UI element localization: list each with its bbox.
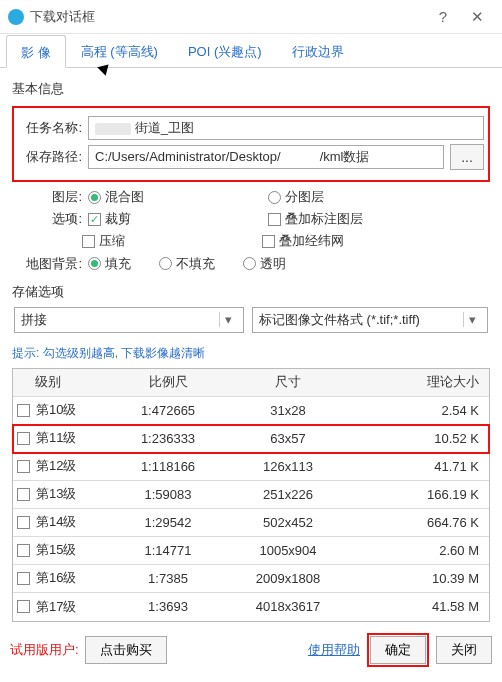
radio-transparent[interactable]: 透明 bbox=[243, 255, 286, 273]
buy-button[interactable]: 点击购买 bbox=[85, 636, 167, 664]
theo-cell: 2.54 K bbox=[353, 403, 489, 418]
options-label: 选项: bbox=[12, 210, 82, 228]
help-link[interactable]: 使用帮助 bbox=[308, 641, 360, 659]
scale-cell: 1:59083 bbox=[113, 487, 223, 502]
size-cell: 63x57 bbox=[223, 431, 353, 446]
tab-bar: 影 像高程 (等高线)POI (兴趣点)行政边界 bbox=[0, 34, 502, 68]
radio-dot-icon bbox=[268, 191, 281, 204]
table-row[interactable]: 第12级1:118166126x11341.71 K bbox=[13, 453, 489, 481]
checkbox-icon[interactable] bbox=[17, 460, 30, 473]
col-theo[interactable]: 理论大小 bbox=[353, 373, 489, 391]
table-row[interactable]: 第17级1:36934018x361741.58 M bbox=[13, 593, 489, 621]
ok-button[interactable]: 确定 bbox=[370, 636, 426, 664]
footer: 试用版用户: 点击购买 使用帮助 确定 关闭 bbox=[0, 630, 502, 674]
tab-1[interactable]: 高程 (等高线) bbox=[66, 34, 173, 67]
level-cell: 第16级 bbox=[36, 569, 76, 587]
storage-options-label: 存储选项 bbox=[12, 283, 490, 301]
level-cell: 第10级 bbox=[36, 401, 76, 419]
table-header-row: 级别 比例尺 尺寸 理论大小 bbox=[13, 369, 489, 397]
radio-dot-icon bbox=[159, 257, 172, 270]
theo-cell: 41.58 M bbox=[353, 599, 489, 614]
theo-cell: 41.71 K bbox=[353, 459, 489, 474]
app-icon bbox=[8, 9, 24, 25]
size-cell: 4018x3617 bbox=[223, 599, 353, 614]
checkbox-icon bbox=[262, 235, 275, 248]
table-row[interactable]: 第10级1:47266531x282.54 K bbox=[13, 397, 489, 425]
theo-cell: 166.19 K bbox=[353, 487, 489, 502]
checkbox-icon[interactable] bbox=[17, 600, 30, 613]
radio-fill[interactable]: 填充 bbox=[88, 255, 131, 273]
radio-dot-icon bbox=[88, 191, 101, 204]
save-path-label: 保存路径: bbox=[18, 148, 82, 166]
level-cell: 第14级 bbox=[36, 513, 76, 531]
map-bg-label: 地图背景: bbox=[12, 255, 82, 273]
checkbox-icon[interactable] bbox=[17, 404, 30, 417]
scale-cell: 1:472665 bbox=[113, 403, 223, 418]
scale-cell: 1:29542 bbox=[113, 515, 223, 530]
checkbox-icon[interactable] bbox=[17, 488, 30, 501]
col-size[interactable]: 尺寸 bbox=[223, 373, 353, 391]
check-crop[interactable]: 裁剪 bbox=[88, 210, 131, 228]
table-row[interactable]: 第15级1:147711005x9042.60 M bbox=[13, 537, 489, 565]
level-cell: 第15级 bbox=[36, 541, 76, 559]
col-scale[interactable]: 比例尺 bbox=[113, 373, 223, 391]
level-cell: 第11级 bbox=[36, 429, 76, 447]
radio-nofill[interactable]: 不填充 bbox=[159, 255, 215, 273]
check-overlay-grid[interactable]: 叠加经纬网 bbox=[262, 232, 344, 251]
help-button[interactable]: ? bbox=[426, 2, 460, 32]
size-cell: 2009x1808 bbox=[223, 571, 353, 586]
table-row[interactable]: 第16级1:73852009x180810.39 M bbox=[13, 565, 489, 593]
checkbox-icon bbox=[268, 213, 281, 226]
level-table: 级别 比例尺 尺寸 理论大小 第10级1:47266531x282.54 K第1… bbox=[12, 368, 490, 622]
scale-cell: 1:118166 bbox=[113, 459, 223, 474]
trial-user-label: 试用版用户: bbox=[10, 641, 79, 659]
storage-mode-select[interactable]: 拼接 ▾ bbox=[14, 307, 244, 333]
size-cell: 1005x904 bbox=[223, 543, 353, 558]
browse-button[interactable]: ... bbox=[450, 144, 484, 170]
table-row[interactable]: 第11级1:23633363x5710.52 K bbox=[13, 425, 489, 453]
window-title: 下载对话框 bbox=[30, 8, 426, 26]
layer-label: 图层: bbox=[12, 188, 82, 206]
check-overlay-layer[interactable]: 叠加标注图层 bbox=[268, 210, 363, 228]
chevron-down-icon: ▾ bbox=[219, 312, 237, 327]
scale-cell: 1:14771 bbox=[113, 543, 223, 558]
table-row[interactable]: 第13级1:59083251x226166.19 K bbox=[13, 481, 489, 509]
theo-cell: 10.39 M bbox=[353, 571, 489, 586]
close-window-button[interactable]: ✕ bbox=[460, 2, 494, 32]
col-level[interactable]: 级别 bbox=[13, 373, 113, 391]
theo-cell: 664.76 K bbox=[353, 515, 489, 530]
basic-info-highlight: 任务名称: 街道_卫图 保存路径: C:/Users/Administrator… bbox=[12, 106, 490, 182]
close-button[interactable]: 关闭 bbox=[436, 636, 492, 664]
level-cell: 第17级 bbox=[36, 598, 76, 616]
checkbox-icon[interactable] bbox=[17, 544, 30, 557]
basic-info-group-label: 基本信息 bbox=[12, 80, 490, 98]
tab-0[interactable]: 影 像 bbox=[6, 35, 66, 68]
level-cell: 第13级 bbox=[36, 485, 76, 503]
save-path-value: C:/Users/Administrator/Desktop/ /kml数据 bbox=[95, 149, 370, 164]
checkbox-icon[interactable] bbox=[17, 516, 30, 529]
titlebar: 下载对话框 ? ✕ bbox=[0, 0, 502, 34]
scale-cell: 1:236333 bbox=[113, 431, 223, 446]
level-cell: 第12级 bbox=[36, 457, 76, 475]
check-compress[interactable]: 压缩 bbox=[82, 232, 125, 250]
size-cell: 251x226 bbox=[223, 487, 353, 502]
task-name-input[interactable]: 街道_卫图 bbox=[88, 116, 484, 140]
checkbox-icon[interactable] bbox=[17, 432, 30, 445]
save-path-input[interactable]: C:/Users/Administrator/Desktop/ /kml数据 bbox=[88, 145, 444, 169]
tab-2[interactable]: POI (兴趣点) bbox=[173, 34, 277, 67]
checkbox-icon bbox=[88, 213, 101, 226]
radio-dot-icon bbox=[88, 257, 101, 270]
radio-split-layer[interactable]: 分图层 bbox=[268, 188, 324, 206]
table-row[interactable]: 第14级1:29542502x452664.76 K bbox=[13, 509, 489, 537]
theo-cell: 2.60 M bbox=[353, 543, 489, 558]
size-cell: 31x28 bbox=[223, 403, 353, 418]
radio-mixed-layer[interactable]: 混合图 bbox=[88, 188, 144, 206]
storage-format-select[interactable]: 标记图像文件格式 (*.tif;*.tiff) ▾ bbox=[252, 307, 488, 333]
tab-3[interactable]: 行政边界 bbox=[277, 34, 359, 67]
scale-cell: 1:3693 bbox=[113, 599, 223, 614]
task-name-value: 街道_卫图 bbox=[135, 120, 194, 135]
checkbox-icon[interactable] bbox=[17, 572, 30, 585]
radio-dot-icon bbox=[243, 257, 256, 270]
hint-text: 提示: 勾选级别越高, 下载影像越清晰 bbox=[12, 345, 490, 362]
redacted-text bbox=[95, 123, 131, 135]
